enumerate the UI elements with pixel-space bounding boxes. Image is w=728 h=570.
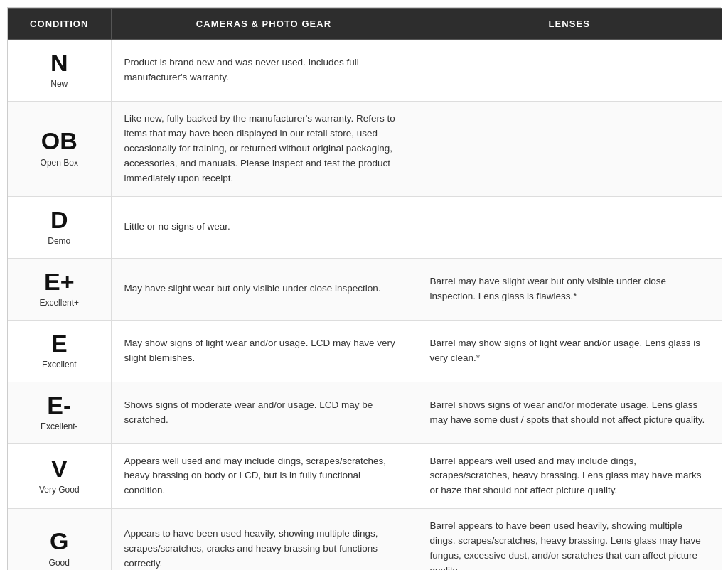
cameras-cell: May have slight wear but only visible un… <box>111 258 417 320</box>
condition-table-container: CONDITION CAMERAS & PHOTO GEAR LENSES NN… <box>7 7 721 570</box>
condition-name: Excellent+ <box>21 296 98 310</box>
condition-code: E- <box>21 392 98 419</box>
condition-code: E <box>21 330 98 357</box>
condition-code: E+ <box>21 269 98 295</box>
table-row: DDemoLittle or no signs of wear. <box>8 196 722 258</box>
condition-name: Very Good <box>21 483 98 497</box>
lenses-cell: Barrel shows signs of wear and/or modera… <box>417 382 722 443</box>
cameras-cell: Product is brand new and was never used.… <box>111 40 417 102</box>
cameras-cell: Like new, fully backed by the manufactur… <box>111 101 417 196</box>
condition-cell: EExcellent <box>8 320 111 382</box>
lenses-cell <box>417 40 722 102</box>
table-row: E-Excellent-Shows signs of moderate wear… <box>8 382 722 443</box>
condition-cell: E+Excellent+ <box>8 258 111 320</box>
table-row: EExcellentMay show signs of light wear a… <box>8 320 722 382</box>
lenses-cell <box>417 196 722 258</box>
condition-name: Good <box>21 556 98 570</box>
lenses-cell: Barrel appears to have been used heavily… <box>417 509 722 570</box>
table-row: GGoodAppears to have been used heavily, … <box>8 509 722 570</box>
lenses-cell: Barrel may show signs of light wear and/… <box>417 320 722 382</box>
condition-name: New <box>21 77 98 91</box>
condition-code: N <box>21 50 98 76</box>
lenses-cell <box>417 101 722 196</box>
condition-cell: GGood <box>8 509 111 570</box>
condition-cell: DDemo <box>8 196 111 258</box>
header-condition: CONDITION <box>8 9 111 40</box>
condition-cell: VVery Good <box>8 443 111 509</box>
cameras-cell: Appears well used and may include dings,… <box>111 443 417 509</box>
header-lenses: LENSES <box>417 9 722 40</box>
condition-cell: OBOpen Box <box>8 101 111 196</box>
cameras-cell: Appears to have been used heavily, showi… <box>111 509 417 570</box>
condition-cell: NNew <box>8 40 111 102</box>
condition-code: V <box>21 456 98 482</box>
condition-table: CONDITION CAMERAS & PHOTO GEAR LENSES NN… <box>8 8 722 570</box>
lenses-cell: Barrel appears well used and may include… <box>417 443 722 509</box>
header-cameras: CAMERAS & PHOTO GEAR <box>111 9 417 40</box>
condition-name: Open Box <box>21 156 98 170</box>
condition-code: D <box>21 207 98 233</box>
table-row: E+Excellent+May have slight wear but onl… <box>8 258 722 320</box>
condition-name: Demo <box>21 235 98 248</box>
condition-name: Excellent- <box>21 420 98 434</box>
cameras-cell: Little or no signs of wear. <box>111 196 417 258</box>
condition-name: Excellent <box>21 358 98 372</box>
cameras-cell: Shows signs of moderate wear and/or usag… <box>111 382 417 443</box>
table-row: NNewProduct is brand new and was never u… <box>8 40 722 102</box>
lenses-cell: Barrel may have slight wear but only vis… <box>417 258 722 320</box>
condition-code: G <box>21 528 98 554</box>
condition-code: OB <box>21 128 98 154</box>
table-row: VVery GoodAppears well used and may incl… <box>8 443 722 509</box>
table-row: OBOpen BoxLike new, fully backed by the … <box>8 101 722 196</box>
cameras-cell: May show signs of light wear and/or usag… <box>111 320 417 382</box>
condition-cell: E-Excellent- <box>8 382 111 443</box>
